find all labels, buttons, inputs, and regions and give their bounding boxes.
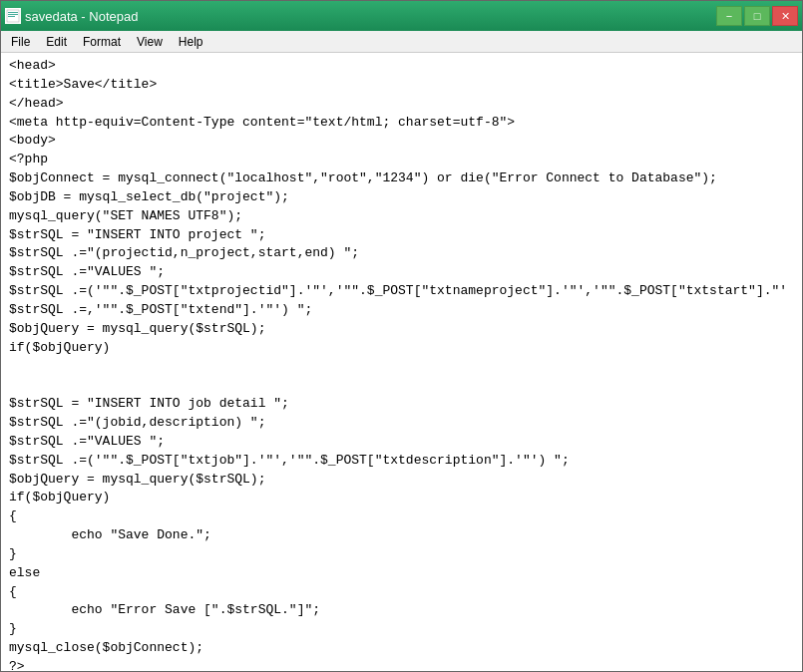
svg-rect-2: [8, 14, 18, 15]
title-bar-left: savedata - Notepad: [5, 8, 138, 24]
close-button[interactable]: ✕: [772, 6, 798, 26]
menu-format[interactable]: Format: [75, 33, 129, 51]
svg-rect-1: [8, 12, 18, 13]
editor-content[interactable]: <head> <title>Save</title> </head> <meta…: [1, 53, 802, 671]
svg-rect-3: [8, 16, 15, 17]
title-bar: savedata - Notepad − □ ✕: [1, 1, 802, 31]
maximize-button[interactable]: □: [744, 6, 770, 26]
title-bar-controls: − □ ✕: [716, 6, 798, 26]
menu-bar: File Edit Format View Help: [1, 31, 802, 53]
menu-file[interactable]: File: [3, 33, 38, 51]
editor-area[interactable]: <head> <title>Save</title> </head> <meta…: [1, 53, 802, 671]
menu-edit[interactable]: Edit: [38, 33, 75, 51]
app-icon: [5, 8, 21, 24]
menu-view[interactable]: View: [129, 33, 171, 51]
minimize-button[interactable]: −: [716, 6, 742, 26]
menu-help[interactable]: Help: [171, 33, 211, 51]
window-title: savedata - Notepad: [25, 9, 138, 24]
notepad-window: savedata - Notepad − □ ✕ File Edit Forma…: [0, 0, 803, 672]
